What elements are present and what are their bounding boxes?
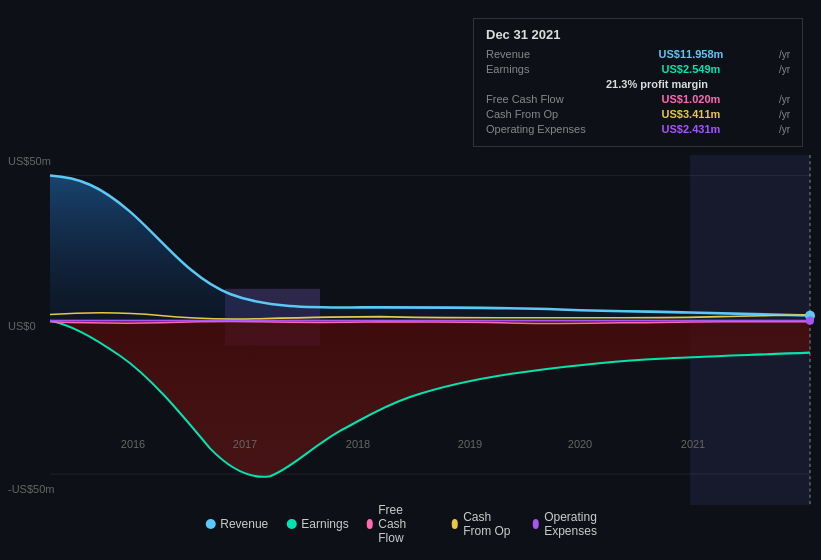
- tooltip-label-revenue: Revenue: [486, 48, 606, 60]
- tooltip-panel: Dec 31 2021 Revenue US$11.958m /yr Earni…: [473, 18, 803, 147]
- svg-point-7: [806, 317, 814, 325]
- tooltip-value-earnings: US$2.549m: [662, 63, 721, 75]
- main-chart-svg: [0, 155, 821, 505]
- legend-dot-fcf: [367, 519, 374, 529]
- legend-item-opex[interactable]: Operating Expenses: [533, 510, 616, 538]
- x-label-2019: 2019: [458, 438, 482, 450]
- tooltip-row-cashfromop: Cash From Op US$3.411m /yr: [486, 108, 790, 120]
- tooltip-value-fcf: US$1.020m: [662, 93, 721, 105]
- tooltip-unit-revenue: /yr: [779, 49, 790, 60]
- tooltip-value-revenue: US$11.958m: [659, 48, 724, 60]
- x-label-2018: 2018: [346, 438, 370, 450]
- tooltip-unit-opex: /yr: [779, 124, 790, 135]
- tooltip-label-earnings: Earnings: [486, 63, 606, 75]
- x-label-2021: 2021: [681, 438, 705, 450]
- x-label-2020: 2020: [568, 438, 592, 450]
- x-label-2017: 2017: [233, 438, 257, 450]
- legend-item-revenue[interactable]: Revenue: [205, 517, 268, 531]
- legend-dot-cashfromop: [452, 519, 459, 529]
- chart-legend: Revenue Earnings Free Cash Flow Cash Fro…: [205, 503, 616, 545]
- legend-label-revenue: Revenue: [220, 517, 268, 531]
- tooltip-row-revenue: Revenue US$11.958m /yr: [486, 48, 790, 60]
- legend-item-earnings[interactable]: Earnings: [286, 517, 348, 531]
- legend-item-fcf[interactable]: Free Cash Flow: [367, 503, 434, 545]
- legend-dot-earnings: [286, 519, 296, 529]
- tooltip-title: Dec 31 2021: [486, 27, 790, 42]
- tooltip-row-earnings: Earnings US$2.549m /yr: [486, 63, 790, 75]
- x-label-2016: 2016: [121, 438, 145, 450]
- tooltip-label-fcf: Free Cash Flow: [486, 93, 606, 105]
- tooltip-label-opex: Operating Expenses: [486, 123, 606, 135]
- tooltip-value-cashfromop: US$3.411m: [662, 108, 721, 120]
- tooltip-profit-margin: 21.3% profit margin: [486, 78, 790, 90]
- legend-label-earnings: Earnings: [301, 517, 348, 531]
- legend-dot-revenue: [205, 519, 215, 529]
- tooltip-unit-fcf: /yr: [779, 94, 790, 105]
- tooltip-label-cashfromop: Cash From Op: [486, 108, 606, 120]
- legend-label-cashfromop: Cash From Op: [463, 510, 514, 538]
- tooltip-row-opex: Operating Expenses US$2.431m /yr: [486, 123, 790, 135]
- legend-label-fcf: Free Cash Flow: [378, 503, 433, 545]
- legend-label-opex: Operating Expenses: [544, 510, 616, 538]
- tooltip-value-opex: US$2.431m: [662, 123, 721, 135]
- tooltip-unit-earnings: /yr: [779, 64, 790, 75]
- tooltip-unit-cashfromop: /yr: [779, 109, 790, 120]
- legend-dot-opex: [533, 519, 540, 529]
- chart-area: US$50m US$0 -US$50m: [0, 155, 821, 505]
- legend-item-cashfromop[interactable]: Cash From Op: [452, 510, 515, 538]
- tooltip-row-fcf: Free Cash Flow US$1.020m /yr: [486, 93, 790, 105]
